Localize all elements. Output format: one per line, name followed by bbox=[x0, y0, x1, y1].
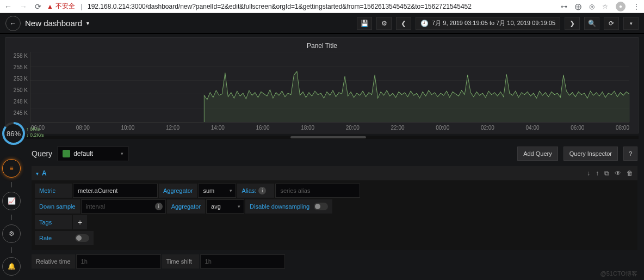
alias-input[interactable] bbox=[275, 184, 360, 198]
forward-icon[interactable]: → bbox=[20, 2, 27, 11]
y-axis: 258 K 255 K 253 K 250 K 248 K 245 K bbox=[10, 52, 30, 123]
refresh-icon: ⟳ bbox=[609, 20, 614, 27]
translate-icon[interactable]: ⨁ bbox=[575, 3, 581, 10]
gear-icon: ⚙ bbox=[381, 20, 387, 27]
graph-panel: Panel Title 258 K 255 K 253 K 250 K 248 … bbox=[5, 37, 639, 133]
database-icon: ≡ bbox=[9, 165, 13, 172]
browser-right-icons: ⊶ ⨁ ◎ ☆ ● ⋮ bbox=[561, 2, 640, 11]
back-button[interactable]: ← bbox=[5, 16, 21, 31]
clock-icon: 🕘 bbox=[420, 20, 429, 27]
dashboard-toolbar: ← New dashboard ▼ 💾 ⚙ ❮ 🕘 7月 9, 2019 03:… bbox=[0, 13, 644, 34]
bell-icon: 🔔 bbox=[8, 263, 16, 270]
panel-title[interactable]: Panel Title bbox=[10, 42, 634, 50]
collapse-toggle[interactable]: ▾ bbox=[36, 171, 39, 176]
chart-area: 258 K 255 K 253 K 250 K 248 K 245 K bbox=[10, 52, 634, 123]
switch[interactable] bbox=[75, 234, 89, 242]
duplicate-icon[interactable]: ⧉ bbox=[604, 169, 609, 177]
save-button[interactable]: 💾 bbox=[357, 17, 372, 30]
query-header: Query default ▾ Add Query Query Inspecto… bbox=[32, 144, 637, 163]
datasource-icon bbox=[63, 150, 70, 157]
editor-side-tabs: ≡ 📈 ⚙ 🔔 bbox=[2, 159, 21, 276]
time-shift-label: Time shift bbox=[162, 254, 199, 269]
settings-button[interactable]: ⚙ bbox=[376, 17, 392, 30]
security-warning[interactable]: ▲ 不安全 bbox=[47, 2, 75, 11]
metric-label: Metric bbox=[35, 184, 72, 198]
address-bar[interactable]: 192.168.0.214:3000/dashboard/new?panelId… bbox=[88, 3, 555, 10]
gauge-stats: ↑ 0K/s ↓ 0.2K/s bbox=[26, 126, 44, 138]
relative-time-label: Relative time bbox=[32, 254, 75, 269]
add-tag-button[interactable]: + bbox=[73, 215, 87, 229]
zoom-out-icon: 🔍 bbox=[588, 20, 596, 27]
scroll-thumb[interactable] bbox=[290, 136, 367, 138]
info-icon[interactable]: i bbox=[258, 187, 266, 194]
interval-input[interactable] bbox=[81, 199, 166, 214]
tags-label: Tags bbox=[35, 215, 72, 229]
relative-time-input[interactable] bbox=[76, 254, 161, 269]
query-row-actions: ↓ ↑ ⧉ 👁 🗑 bbox=[587, 169, 633, 177]
switch[interactable] bbox=[314, 203, 328, 210]
x-axis: 06:00 08:00 10:00 12:00 14:00 16:00 18:0… bbox=[31, 125, 629, 131]
star-icon[interactable]: ☆ bbox=[602, 3, 608, 10]
disable-downsampling-toggle[interactable]: Disable downsampling bbox=[245, 199, 332, 214]
query-letter: A bbox=[42, 169, 47, 177]
delete-icon[interactable]: 🗑 bbox=[627, 169, 633, 177]
back-icon[interactable]: ← bbox=[4, 2, 12, 11]
add-query-button[interactable]: Add Query bbox=[517, 147, 558, 161]
warning-icon: ▲ bbox=[47, 3, 53, 10]
query-row-a: ▾ A ↓ ↑ ⧉ 👁 🗑 Metric Aggregat bbox=[32, 166, 637, 250]
line-chart bbox=[30, 52, 629, 122]
browser-chrome: ← → ⟳ ▲ 不安全 | 192.168.0.214:3000/dashboa… bbox=[0, 0, 644, 13]
chevron-down-icon: ▾ bbox=[121, 151, 123, 156]
dashboard-title: New dashboard bbox=[25, 19, 82, 28]
query-body: Metric Aggregator sum Alias:i Down sampl… bbox=[32, 180, 637, 250]
downsample-label: Down sample bbox=[35, 199, 80, 214]
query-section-label: Query bbox=[32, 149, 52, 158]
time-back-button[interactable]: ❮ bbox=[396, 17, 411, 30]
plot-area[interactable] bbox=[30, 52, 629, 123]
menu-icon[interactable]: ⋮ bbox=[633, 3, 640, 10]
aggregator2-select[interactable]: avg bbox=[206, 199, 244, 214]
avatar-icon[interactable]: ● bbox=[616, 2, 626, 11]
refresh-menu-button[interactable]: ▾ bbox=[623, 17, 639, 30]
chevron-down-icon: ▼ bbox=[85, 21, 90, 26]
time-range-picker[interactable]: 🕘 7月 9, 2019 03:19:05 to 7月 10, 2019 09:… bbox=[416, 17, 560, 30]
chevron-left-icon: ❮ bbox=[401, 20, 406, 27]
gauge-widget: 86% bbox=[2, 122, 25, 145]
refresh-button[interactable]: ⟳ bbox=[604, 17, 619, 30]
tab-alert[interactable]: 🔔 bbox=[2, 257, 21, 276]
time-shift-input[interactable] bbox=[200, 254, 285, 269]
extensions-icon[interactable]: ◎ bbox=[589, 3, 595, 10]
chart-icon: 📈 bbox=[8, 197, 16, 205]
info-icon[interactable]: i bbox=[155, 203, 163, 210]
tab-queries[interactable]: ≡ bbox=[2, 159, 21, 178]
horizontal-scrollbar[interactable] bbox=[5, 136, 639, 139]
query-editor: Query default ▾ Add Query Query Inspecto… bbox=[32, 144, 637, 250]
time-range-label: 7月 9, 2019 03:19:05 to 7月 10, 2019 09:19… bbox=[432, 19, 555, 27]
reload-icon[interactable]: ⟳ bbox=[35, 2, 41, 11]
gauge-value: 86% bbox=[4, 124, 23, 143]
dashboard-title-picker[interactable]: New dashboard ▼ bbox=[25, 19, 90, 28]
tab-visualization[interactable]: 📈 bbox=[2, 192, 21, 210]
move-down-icon[interactable]: ↓ bbox=[587, 169, 590, 177]
time-forward-button[interactable]: ❯ bbox=[565, 17, 580, 30]
arrow-left-icon: ← bbox=[10, 20, 16, 27]
warning-label: 不安全 bbox=[55, 2, 75, 11]
aggregator-select[interactable]: sum bbox=[198, 184, 236, 198]
aggregator2-label: Aggregator bbox=[167, 199, 205, 214]
chevron-down-icon: ▾ bbox=[630, 21, 633, 26]
datasource-picker[interactable]: default ▾ bbox=[58, 146, 128, 161]
key-icon[interactable]: ⊶ bbox=[561, 3, 567, 10]
datasource-name: default bbox=[73, 150, 93, 157]
rate-toggle[interactable]: Rate bbox=[35, 231, 94, 245]
save-icon: 💾 bbox=[361, 20, 369, 27]
question-icon: ? bbox=[629, 150, 632, 157]
tab-general[interactable]: ⚙ bbox=[2, 224, 21, 243]
query-help-button[interactable]: ? bbox=[623, 147, 637, 161]
zoom-out-button[interactable]: 🔍 bbox=[584, 17, 599, 30]
metric-input[interactable] bbox=[73, 184, 158, 198]
query-inspector-button[interactable]: Query Inspector bbox=[564, 147, 618, 161]
gear-icon: ⚙ bbox=[9, 230, 15, 238]
toggle-visibility-icon[interactable]: 👁 bbox=[615, 169, 621, 177]
move-up-icon[interactable]: ↑ bbox=[596, 169, 599, 177]
alias-label: Alias:i bbox=[237, 184, 274, 198]
